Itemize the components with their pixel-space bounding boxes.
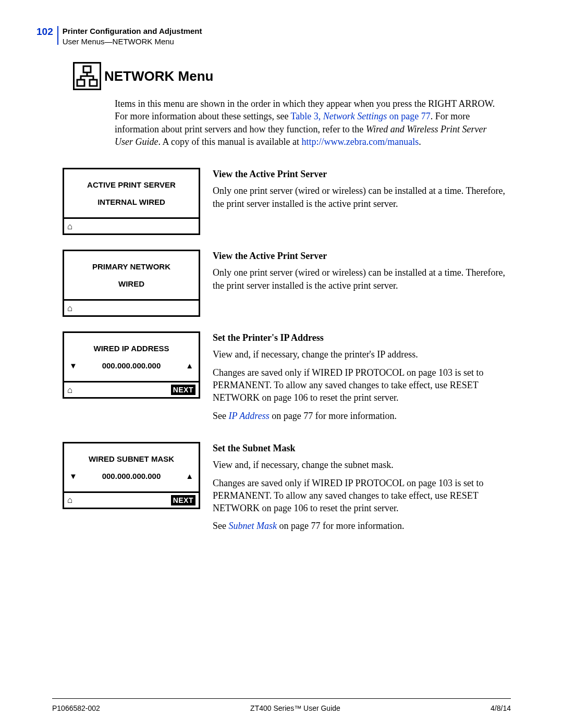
lcd-panel: PRIMARY NETWORK WIRED ⌂ xyxy=(63,250,200,317)
link-ip-address[interactable]: IP Address on page 77 xyxy=(229,411,313,421)
home-icon: ⌂ xyxy=(67,386,72,394)
entry-text: Only one print server (wired or wireless… xyxy=(213,266,511,292)
entry-title: View the Active Print Server xyxy=(213,168,511,180)
svg-rect-2 xyxy=(90,80,97,86)
up-arrow-icon[interactable]: ▲ xyxy=(186,362,193,369)
svg-rect-1 xyxy=(77,80,84,86)
entry-title: Set the Printer's IP Address xyxy=(213,331,511,344)
section-path: User Menus—NETWORK Menu xyxy=(63,36,202,47)
entry-text: See Subnet Mask on page 77 for more info… xyxy=(213,520,511,532)
page-header: 102 Printer Configuration and Adjustment… xyxy=(36,26,511,46)
link-wired-ip-protocol[interactable]: WIRED IP PROTOCOL on page 103 xyxy=(312,478,452,488)
home-icon: ⌂ xyxy=(67,496,72,504)
menu-entry: WIRED IP ADDRESS ▼ 000.000.000.000 ▲ ⌂ N… xyxy=(63,331,511,427)
menu-entry: ACTIVE PRINT SERVER INTERNAL WIRED ⌂ Vie… xyxy=(63,168,511,235)
footer-date: 4/8/14 xyxy=(491,704,511,712)
footer-rule xyxy=(52,698,511,699)
lcd-title: WIRED SUBNET MASK xyxy=(89,454,174,463)
down-arrow-icon[interactable]: ▼ xyxy=(69,472,77,480)
home-icon: ⌂ xyxy=(67,222,72,231)
chapter-title: Printer Configuration and Adjustment xyxy=(63,26,202,36)
footer-docid: P1066582-002 xyxy=(52,704,100,712)
entry-text: Changes are saved only if WIRED IP PROTO… xyxy=(213,477,511,515)
up-arrow-icon[interactable]: ▲ xyxy=(186,472,193,480)
entry-text: View and, if necessary, change the subne… xyxy=(213,459,511,471)
svg-rect-0 xyxy=(83,66,91,72)
intro-paragraph: Items in this menu are shown in the orde… xyxy=(115,97,506,148)
lcd-panel: ACTIVE PRINT SERVER INTERNAL WIRED ⌂ xyxy=(63,168,200,235)
entry-text: Changes are saved only if WIRED IP PROTO… xyxy=(213,366,511,404)
next-button[interactable]: NEXT xyxy=(171,495,195,505)
lcd-value: 000.000.000.000 xyxy=(102,361,161,370)
lcd-title: WIRED IP ADDRESS xyxy=(93,344,169,353)
lcd-value: WIRED xyxy=(118,279,144,288)
link-zebra-manuals[interactable]: http://www.zebra.com/manuals xyxy=(301,137,419,147)
entry-text: See IP Address on page 77 for more infor… xyxy=(213,410,511,422)
page-number: 102 xyxy=(36,26,53,38)
page-footer: P1066582-002 ZT400 Series™ User Guide 4/… xyxy=(52,704,511,712)
menu-entry: WIRED SUBNET MASK ▼ 000.000.000.000 ▲ ⌂ … xyxy=(63,442,511,538)
entry-title: View the Active Print Server xyxy=(213,250,511,262)
link-wired-ip-protocol[interactable]: WIRED IP PROTOCOL on page 103 xyxy=(312,367,452,378)
link-subnet-mask[interactable]: Subnet Mask on page 77 xyxy=(229,521,321,531)
next-button[interactable]: NEXT xyxy=(171,385,195,395)
section-title: NETWORK Menu xyxy=(104,68,213,84)
menu-entry: PRIMARY NETWORK WIRED ⌂ View the Active … xyxy=(63,250,511,317)
network-icon xyxy=(73,62,101,90)
lcd-value: 000.000.000.000 xyxy=(102,472,161,480)
lcd-panel: WIRED SUBNET MASK ▼ 000.000.000.000 ▲ ⌂ … xyxy=(63,442,200,509)
entry-text: Only one print server (wired or wireless… xyxy=(213,184,511,210)
entry-text: View and, if necessary, change the print… xyxy=(213,348,511,361)
link-table3[interactable]: Table 3, Network Settings on page 77 xyxy=(291,111,431,121)
header-divider xyxy=(57,26,58,45)
down-arrow-icon[interactable]: ▼ xyxy=(69,362,77,369)
entry-title: Set the Subnet Mask xyxy=(213,442,511,454)
lcd-title: PRIMARY NETWORK xyxy=(92,262,170,271)
footer-title: ZT400 Series™ User Guide xyxy=(250,704,340,712)
home-icon: ⌂ xyxy=(67,304,72,313)
lcd-title: ACTIVE PRINT SERVER xyxy=(87,180,176,189)
lcd-value: INTERNAL WIRED xyxy=(97,198,165,206)
lcd-panel: WIRED IP ADDRESS ▼ 000.000.000.000 ▲ ⌂ N… xyxy=(63,331,200,399)
